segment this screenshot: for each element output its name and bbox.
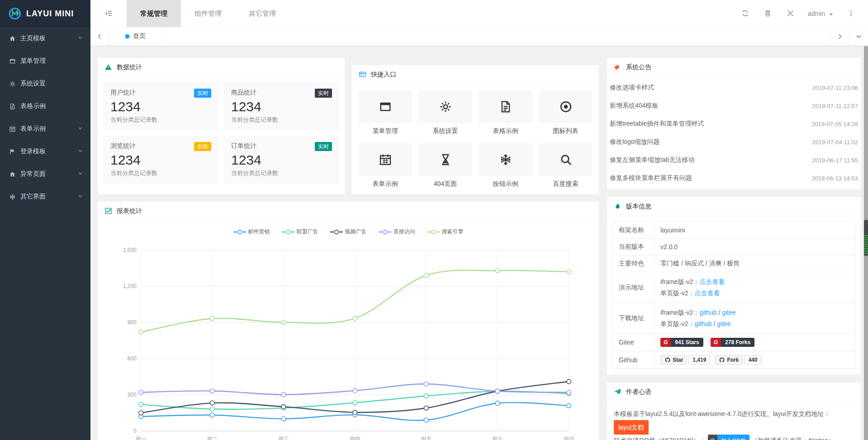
version-link[interactable]: gitee — [717, 320, 730, 327]
quick-entry-6[interactable]: 按钮示例 — [479, 143, 532, 188]
version-link[interactable]: 点击查看 — [699, 278, 725, 285]
stat-badge: 实时 — [315, 89, 332, 98]
more-menu-button[interactable] — [842, 5, 860, 23]
home-icon — [9, 35, 16, 42]
layui-doc-button[interactable]: layui文档 — [614, 420, 649, 435]
scrollbar-thumb[interactable] — [864, 220, 868, 256]
scrollbar-track[interactable] — [864, 46, 868, 440]
sidebar-menu: 主页模板菜单管理系统设置表格示例表单示例登录模板异常页面其它界面 — [0, 27, 90, 208]
report-chart[interactable]: 03006009001,2001,500周一周二周三周四周五周六周日 — [98, 237, 599, 440]
notice-item-4[interactable]: 修复左侧菜单缩放tab无法移动2019-06-17 11:55 — [609, 151, 859, 169]
quick-entry-4[interactable]: 表单示例 — [358, 143, 412, 188]
quick-entry-5[interactable]: 404页面 — [418, 143, 472, 188]
stat-box-2[interactable]: 浏览统计实时1234当前分类总记录数 — [103, 136, 218, 184]
content-right-column: 系统公告 修改选项卡样式2019-07-11 23:06新增系统404模板201… — [607, 57, 861, 440]
window-icon — [9, 58, 16, 65]
legend-label: 直接访问 — [394, 228, 415, 236]
quick-entry-card: 快捷入口 菜单管理系统设置表格示例图标列表表单示例404页面按钮示例百度搜索 — [351, 65, 599, 195]
version-link[interactable]: github — [699, 309, 716, 316]
clear-cache-button[interactable] — [759, 5, 777, 23]
fire-icon — [614, 203, 621, 210]
sidebar-item-5[interactable]: 登录模板 — [0, 140, 90, 163]
quick-entry-icon-box — [539, 143, 593, 176]
sidebar-item-6[interactable]: 异常页面 — [0, 163, 90, 185]
top-cards-row: 数据统计 用户统计实时1234当前分类总记录数商品统计实时1234当前分类总记录… — [97, 57, 599, 195]
tab-scroll-right-button[interactable] — [830, 27, 849, 45]
top-tab-0[interactable]: 常规管理 — [127, 0, 181, 27]
logo[interactable]: LAYUI MINI — [0, 0, 90, 27]
version-label: 主要特色 — [613, 255, 655, 272]
legend-item-4[interactable]: 搜索引擎 — [427, 228, 464, 236]
dot-circle-icon — [559, 100, 573, 114]
notice-item-2[interactable]: 新增treetable插件和菜单管理样式2019-07-05 14:28 — [609, 115, 859, 133]
tab-home[interactable]: 首页 — [109, 27, 162, 45]
sidebar-item-1[interactable]: 菜单管理 — [0, 50, 90, 72]
sidebar-item-0[interactable]: 主页模板 — [0, 27, 90, 50]
legend-marker-icon — [427, 229, 440, 235]
gitee-badge[interactable]: G278 Forks — [711, 338, 754, 347]
quick-entry-2[interactable]: 表格示例 — [479, 90, 532, 135]
quick-entry-3[interactable]: 图标列表 — [539, 90, 593, 135]
notice-title: 修改选项卡样式 — [610, 84, 654, 92]
top-tab-2[interactable]: 其它管理 — [235, 0, 289, 27]
snowflake-icon — [499, 153, 512, 166]
report-card-title: 报表统计 — [117, 207, 142, 215]
github-badge[interactable]: Fork440 — [715, 355, 761, 364]
tab-operations-button[interactable] — [849, 27, 868, 45]
megaphone-icon — [614, 63, 621, 71]
notice-item-1[interactable]: 新增系统404模板2019-07-11 12:57 — [609, 97, 859, 115]
user-dropdown[interactable]: admin — [804, 10, 837, 17]
version-link[interactable]: gitee — [722, 309, 735, 316]
version-label: 演示地址 — [613, 272, 655, 303]
sidebar-item-2[interactable]: 系统设置 — [0, 72, 90, 95]
tab-scroll-left-button[interactable] — [90, 27, 109, 45]
report-card: 报表统计 邮件营销联盟广告视频广告直接访问搜索引擎 03006009001,20… — [97, 201, 599, 440]
stat-box-0[interactable]: 用户统计实时1234当前分类总记录数 — [103, 82, 218, 130]
stat-box-3[interactable]: 订单统计实时1234当前分类总记录数 — [224, 136, 339, 184]
github-badge[interactable]: Star1,419 — [660, 355, 710, 364]
quick-entry-label: 系统设置 — [418, 127, 472, 135]
quick-entry-label: 菜单管理 — [358, 127, 412, 135]
sidebar-item-4[interactable]: 表单示例 — [0, 118, 90, 140]
version-row-5: GiteeG941 StarsG278 Forks — [613, 334, 855, 351]
notice-item-0[interactable]: 修改选项卡样式2019-07-11 23:06 — [609, 79, 859, 97]
notice-card: 系统公告 修改选项卡样式2019-07-11 23:06新增系统404模板201… — [607, 57, 861, 189]
notice-item-5[interactable]: 修复多模块菜单栏展开有问题2019-06-13 14:53 — [609, 169, 859, 187]
gitee-badge[interactable]: G941 Stars — [660, 338, 703, 347]
stats-card: 数据统计 用户统计实时1234当前分类总记录数商品统计实时1234当前分类总记录… — [97, 57, 345, 195]
svg-text:300: 300 — [127, 392, 136, 398]
fullscreen-button[interactable] — [782, 5, 800, 23]
legend-item-1[interactable]: 联盟广告 — [282, 228, 318, 236]
qq-group-badge[interactable]: Q加入QQ群 — [708, 435, 749, 440]
legend-item-0[interactable]: 邮件营销 — [233, 228, 270, 236]
version-link[interactable]: github — [694, 320, 711, 327]
legend-label: 搜索引擎 — [442, 228, 464, 236]
stat-value: 1234 — [231, 151, 332, 169]
version-row-4: 下载地址iframe版-v2：github / gitee单页版-v2：gith… — [613, 303, 855, 334]
sidebar-item-3[interactable]: 表格示例 — [0, 95, 90, 118]
sidebar-item-label: 表单示例 — [20, 125, 77, 133]
notice-item-3[interactable]: 修改logo缩放问题2019-07-04 11:02 — [609, 133, 859, 151]
gear-icon — [439, 100, 452, 114]
refresh-button[interactable] — [736, 5, 754, 23]
sidebar: LAYUI MINI 主页模板菜单管理系统设置表格示例表单示例登录模板异常页面其… — [0, 0, 90, 440]
stat-box-1[interactable]: 商品统计实时1234当前分类总记录数 — [224, 82, 339, 130]
quick-entry-7[interactable]: 百度搜索 — [539, 143, 593, 188]
window-icon — [379, 100, 392, 114]
quick-entry-header: 快捷入口 — [352, 65, 599, 84]
quick-entry-1[interactable]: 系统设置 — [418, 90, 472, 135]
sidebar-item-7[interactable]: 其它界面 — [0, 185, 90, 208]
version-link[interactable]: 点击查看 — [694, 289, 720, 297]
version-label: Github — [613, 351, 655, 369]
author-doc-row: layui文档 — [614, 420, 854, 435]
quick-entry-label: 按钮示例 — [479, 180, 532, 188]
sidebar-item-label: 其它界面 — [20, 193, 77, 201]
svg-text:周六: 周六 — [492, 436, 503, 440]
top-tab-1[interactable]: 组件管理 — [181, 0, 235, 27]
quick-entry-label: 表单示例 — [358, 180, 412, 188]
legend-item-2[interactable]: 视频广告 — [330, 228, 367, 236]
menu-fold-button[interactable] — [90, 0, 127, 27]
quick-entry-0[interactable]: 菜单管理 — [358, 90, 412, 135]
legend-item-3[interactable]: 直接访问 — [379, 228, 415, 236]
quick-entry-icon-box — [418, 90, 472, 123]
